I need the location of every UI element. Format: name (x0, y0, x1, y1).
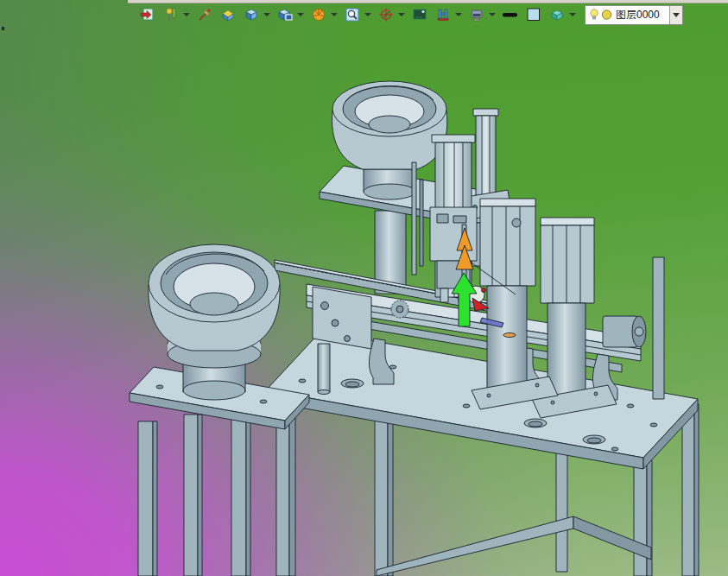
cad-application-window: { "toolbar": { "icons": [ {"name": "exit… (0, 0, 728, 576)
workplane-icon[interactable] (434, 5, 453, 24)
material-dropdown-caret[interactable] (569, 13, 576, 16)
material-cube-icon[interactable] (548, 5, 567, 24)
shaded-cube-icon[interactable] (242, 5, 261, 24)
scene-background-icon[interactable] (410, 5, 429, 24)
layer-dropdown-button[interactable] (669, 6, 682, 24)
support-column[interactable] (653, 257, 664, 399)
color-swatch[interactable] (524, 5, 543, 24)
sketch-plane-icon[interactable] (218, 5, 237, 24)
display-mode-dropdown-caret[interactable] (297, 13, 304, 16)
display-mode-cube-icon[interactable] (275, 5, 294, 24)
dropdown-arrow-icon (673, 13, 680, 17)
shaded-cube-dropdown-caret[interactable] (263, 13, 270, 16)
exit-plane-icon[interactable] (138, 5, 157, 24)
screen-artifact (2, 27, 4, 30)
view-orientation-wheel-icon[interactable] (309, 5, 328, 24)
brush-icon[interactable] (195, 5, 214, 24)
zoom-dropdown-caret[interactable] (364, 13, 371, 16)
layer-color-yellow-icon (600, 7, 613, 22)
3d-viewport[interactable] (0, 0, 728, 576)
workplane-dropdown-caret[interactable] (455, 13, 462, 16)
monitor-display-icon[interactable] (467, 5, 486, 24)
zoom-tool-icon[interactable] (343, 5, 362, 24)
compass-axis-icon[interactable] (377, 5, 396, 24)
layer-name-value: 图层0000 (613, 8, 669, 22)
floating-toolbar: 图层0000 (138, 3, 683, 26)
layer-selector[interactable]: 图层0000 (585, 5, 683, 25)
pushpin-icon[interactable] (161, 5, 180, 24)
pushpin-dropdown-caret[interactable] (183, 13, 190, 16)
line-width-swatch[interactable] (501, 5, 520, 24)
layer-visibility-bulb-icon (588, 7, 600, 22)
compass-dropdown-caret[interactable] (398, 13, 405, 16)
monitor-dropdown-caret[interactable] (489, 13, 496, 16)
drive-motor[interactable] (603, 316, 646, 347)
view-orientation-dropdown-caret[interactable] (331, 13, 338, 16)
